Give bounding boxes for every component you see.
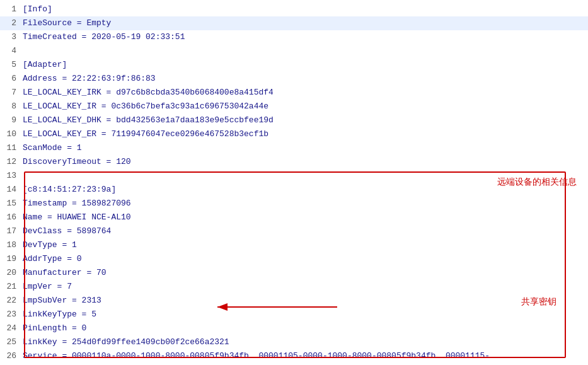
line-content: [Info] (23, 3, 588, 16)
line-number: 11 (0, 142, 23, 154)
line-content: DevType = 1 (23, 239, 588, 252)
line-number: 4 (0, 45, 23, 57)
line-7: 7LE_LOCAL_KEY_IRK = d97c6b8cbda3540b6068… (0, 86, 588, 100)
line-16: 16Name = HUAWEI NCE-AL10 (0, 211, 588, 224)
line-number: 25 (0, 336, 23, 349)
line-22: 22LmpSubVer = 2313 (0, 294, 588, 308)
line-2: 2FileSource = Empty (0, 16, 588, 30)
line-17: 17DevClass = 5898764 (0, 224, 588, 238)
line-25: 25LinkKey = 254d0fd99ffee1409cb00f2ce66a… (0, 335, 588, 349)
line-15: 15Timestamp = 1589827096 (0, 197, 588, 211)
line-number: 10 (0, 128, 23, 141)
line-number: 9 (0, 114, 23, 127)
line-number: 15 (0, 197, 23, 210)
line-number: 19 (0, 253, 23, 265)
line-12: 12DiscoveryTimeout = 120 (0, 155, 588, 169)
line-26: 26Service = 0000110a-0000-1000-8000-0080… (0, 349, 588, 363)
line-23: 23LinkKeyType = 5 (0, 308, 588, 322)
line-number: 22 (0, 294, 23, 307)
line-6: 6Address = 22:22:63:9f:86:83 (0, 72, 588, 86)
line-4: 4 (0, 44, 588, 58)
line-number: 18 (0, 239, 23, 252)
line-number: 17 (0, 225, 23, 238)
line-10: 10LE_LOCAL_KEY_ER = 71199476047ece0296e4… (0, 127, 588, 141)
line-content: TimeCreated = 2020-05-19 02:33:51 (23, 31, 588, 43)
line-number: 21 (0, 281, 23, 293)
line-number: 2 (0, 17, 23, 30)
code-container: 1[Info]2FileSource = Empty3TimeCreated =… (0, 0, 588, 365)
remote-device-annotation: 远端设备的相关信息 (497, 177, 577, 188)
line-content: LinkKey = 254d0fd99ffee1409cb00f2ce66a23… (23, 336, 588, 349)
line-content: Address = 22:22:63:9f:86:83 (23, 72, 588, 85)
line-number: 16 (0, 211, 23, 224)
line-content: LmpSubVer = 2313 (23, 294, 588, 307)
line-18: 18DevType = 1 (0, 238, 588, 252)
line-9: 9LE_LOCAL_KEY_DHK = bdd432563e1a7daa183e… (0, 113, 588, 127)
line-content: Manufacturer = 70 (23, 267, 588, 279)
line-11: 11ScanMode = 1 (0, 141, 588, 155)
line-content: LinkKeyType = 5 (23, 308, 588, 321)
line-number: 7 (0, 86, 23, 99)
line-number: 14 (0, 183, 23, 196)
line-content: [Adapter] (23, 59, 588, 71)
shared-key-annotation: 共享密钥 (521, 296, 556, 308)
line-5: 5[Adapter] (0, 58, 588, 72)
line-content: LmpVer = 7 (23, 281, 588, 293)
line-number: 26 (0, 350, 23, 362)
line-content: Name = HUAWEI NCE-AL10 (23, 211, 588, 224)
line-number: 20 (0, 267, 23, 279)
line-content: FileSource = Empty (23, 17, 588, 30)
line-content: DiscoveryTimeout = 120 (23, 156, 588, 168)
line-20: 20Manufacturer = 70 (0, 266, 588, 280)
line-number: 5 (0, 59, 23, 71)
line-content: ScanMode = 1 (23, 142, 588, 154)
line-number: 8 (0, 100, 23, 113)
line-8: 8LE_LOCAL_KEY_IR = 0c36b6c7befa3c93a1c69… (0, 100, 588, 113)
line-content: LE_LOCAL_KEY_IRK = d97c6b8cbda3540b60684… (23, 86, 588, 99)
line-number: 3 (0, 31, 23, 43)
line-3: 3TimeCreated = 2020-05-19 02:33:51 (0, 30, 588, 44)
line-1: 1[Info] (0, 3, 588, 16)
line-number: 24 (0, 322, 23, 335)
line-21: 21LmpVer = 7 (0, 280, 588, 294)
line-number: 23 (0, 308, 23, 321)
line-content: PinLength = 0 (23, 322, 588, 335)
line-content: LE_LOCAL_KEY_ER = 71199476047ece0296e467… (23, 128, 588, 141)
line-content: Service = 0000110a-0000-1000-8000-00805f… (23, 350, 588, 362)
line-number: 13 (0, 170, 23, 182)
line-content: AddrType = 0 (23, 253, 588, 265)
line-number: 12 (0, 156, 23, 168)
line-content: LE_LOCAL_KEY_DHK = bdd432563e1a7daa183e9… (23, 114, 588, 127)
line-content: DevClass = 5898764 (23, 225, 588, 238)
line-number: 1 (0, 3, 23, 16)
line-number: 6 (0, 72, 23, 85)
line-content: LE_LOCAL_KEY_IR = 0c36b6c7befa3c93a1c696… (23, 100, 588, 113)
line-19: 19AddrType = 0 (0, 252, 588, 266)
line-24: 24PinLength = 0 (0, 322, 588, 335)
line-content: Timestamp = 1589827096 (23, 197, 588, 210)
